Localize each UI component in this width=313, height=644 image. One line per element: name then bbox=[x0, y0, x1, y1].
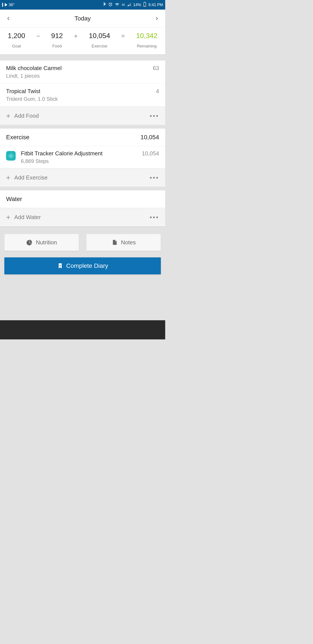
exercise-item[interactable]: Fitbit Tracker Calorie Adjustment 6,869 … bbox=[0, 146, 165, 168]
more-icon[interactable]: ••• bbox=[150, 214, 159, 221]
summary-exercise-value: 10,054 bbox=[89, 32, 110, 40]
plus-icon: + bbox=[6, 213, 10, 222]
food-sub: Lindt, 1 pieces bbox=[6, 73, 62, 79]
exercise-title: Exercise bbox=[6, 134, 29, 141]
battery-percent: 14% bbox=[133, 2, 141, 7]
header-title[interactable]: Today bbox=[74, 15, 91, 22]
plus-icon: + bbox=[6, 112, 10, 120]
plus-icon: + bbox=[6, 174, 10, 182]
add-exercise-button[interactable]: + Add Exercise ••• bbox=[0, 168, 165, 187]
add-water-label: Add Water bbox=[14, 214, 41, 220]
add-water-button[interactable]: + Add Water ••• bbox=[0, 208, 165, 226]
calorie-summary[interactable]: 1,200 Goal − 912 Food + 10,054 Exercise … bbox=[0, 28, 165, 54]
complete-diary-button[interactable]: Complete Diary bbox=[4, 258, 161, 274]
network-label: 4G bbox=[122, 3, 125, 6]
add-exercise-label: Add Exercise bbox=[14, 174, 48, 181]
summary-food-value: 912 bbox=[51, 32, 63, 40]
food-item[interactable]: Milk chocolate Carmel Lindt, 1 pieces 63 bbox=[0, 60, 165, 84]
notes-label: Notes bbox=[121, 239, 136, 246]
svg-rect-2 bbox=[144, 2, 145, 2]
add-food-label: Add Food bbox=[14, 112, 39, 119]
summary-food: 912 Food bbox=[51, 32, 63, 48]
wifi-icon bbox=[115, 2, 120, 8]
summary-remaining-label: Remaining bbox=[137, 44, 157, 48]
summary-food-label: Food bbox=[52, 44, 62, 48]
vibrate-icon bbox=[2, 3, 3, 7]
status-bar: 36° 4G 14% 6:41 PM bbox=[0, 0, 165, 10]
fitbit-icon bbox=[6, 151, 16, 160]
svg-rect-3 bbox=[144, 6, 145, 6]
summary-remaining: 10,342 Remaining bbox=[136, 32, 157, 48]
play-icon bbox=[5, 3, 7, 6]
complete-label: Complete Diary bbox=[66, 262, 108, 269]
status-clock: 6:41 PM bbox=[148, 2, 163, 7]
exercise-section-header[interactable]: Exercise 10,054 bbox=[0, 128, 165, 146]
food-name: Milk chocolate Carmel bbox=[6, 65, 62, 72]
add-food-button[interactable]: + Add Food ••• bbox=[0, 106, 165, 125]
prev-day-button[interactable] bbox=[0, 10, 17, 27]
more-icon[interactable]: ••• bbox=[150, 174, 159, 182]
exercise-total: 10,054 bbox=[140, 134, 159, 141]
signal-icon bbox=[127, 2, 131, 7]
summary-goal-label: Goal bbox=[12, 44, 21, 48]
nutrition-button[interactable]: Nutrition bbox=[4, 234, 79, 251]
food-sub: Trident Gum, 1.0 Stick bbox=[6, 96, 58, 102]
food-cal: 4 bbox=[156, 88, 159, 102]
summary-exercise: 10,054 Exercise bbox=[89, 32, 110, 48]
food-name: Tropical Twist bbox=[6, 88, 58, 95]
more-icon[interactable]: ••• bbox=[150, 112, 159, 120]
summary-goal-value: 1,200 bbox=[8, 32, 25, 40]
battery-icon bbox=[143, 2, 146, 8]
nutrition-label: Nutrition bbox=[36, 239, 57, 246]
summary-exercise-label: Exercise bbox=[91, 44, 107, 48]
pie-chart-icon bbox=[26, 239, 33, 246]
status-temp: 36° bbox=[9, 2, 14, 7]
bluetooth-icon bbox=[103, 2, 106, 8]
food-cal: 63 bbox=[153, 65, 159, 79]
food-item[interactable]: Tropical Twist Trident Gum, 1.0 Stick 4 bbox=[0, 84, 165, 106]
plus-op: + bbox=[74, 32, 78, 40]
minus-op: − bbox=[36, 32, 40, 40]
bookmark-check-icon bbox=[57, 263, 63, 269]
eq-op: = bbox=[121, 32, 125, 40]
exercise-cal: 10,054 bbox=[142, 150, 159, 157]
next-day-button[interactable] bbox=[148, 10, 165, 27]
date-header: Today bbox=[0, 10, 165, 28]
exercise-sub: 6,869 Steps bbox=[21, 158, 103, 164]
notes-icon bbox=[111, 239, 118, 246]
summary-goal: 1,200 Goal bbox=[8, 32, 25, 48]
alarm-icon bbox=[108, 2, 113, 8]
exercise-name: Fitbit Tracker Calorie Adjustment bbox=[21, 150, 103, 157]
summary-remaining-value: 10,342 bbox=[136, 32, 157, 40]
notes-button[interactable]: Notes bbox=[86, 234, 161, 251]
water-title: Water bbox=[6, 196, 22, 202]
android-navbar bbox=[0, 320, 165, 340]
water-section-header[interactable]: Water bbox=[0, 190, 165, 208]
